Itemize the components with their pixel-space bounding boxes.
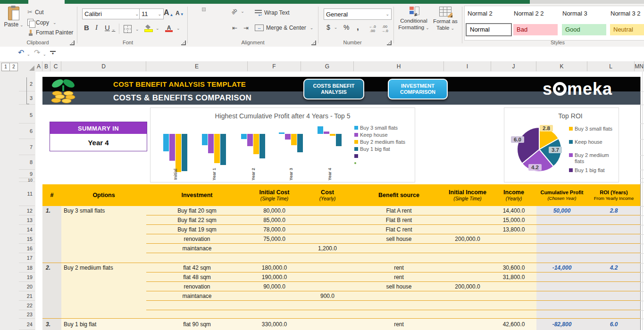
number-format-combobox[interactable]: General⌄	[324, 8, 392, 20]
table-cell-initial_income[interactable]	[444, 215, 491, 225]
row-header-3[interactable]: 3	[19, 91, 35, 105]
column-header-A[interactable]: A	[35, 61, 42, 71]
table-cell-initial_income[interactable]	[444, 253, 491, 263]
table-cell-roi[interactable]: 2.8	[587, 206, 640, 215]
table-cell-option[interactable]	[61, 310, 146, 319]
table-cell-initial_income[interactable]	[444, 225, 491, 234]
table-cell-benefit[interactable]: rent	[354, 319, 444, 330]
table-cell-roi[interactable]	[587, 253, 640, 263]
pie-chart-panel[interactable]: Top ROI 2.83.74.26.0 Buy 3 small flatsKe…	[504, 107, 619, 182]
row-header-11[interactable]: 11	[19, 182, 35, 206]
table-cell-income_yearly[interactable]: 14,400.0	[491, 206, 536, 215]
italic-button[interactable]: I	[95, 24, 98, 32]
underline-button[interactable]: U	[105, 24, 115, 32]
format-painter-button[interactable]: Format Painter	[27, 29, 73, 36]
style-normal-2-2[interactable]: Normal 2 2	[514, 10, 544, 17]
accounting-format-button[interactable]: $	[326, 24, 337, 31]
table-cell-initial_cost[interactable]: 330,000.0	[248, 319, 301, 330]
table-cell-initial_income[interactable]	[444, 263, 491, 272]
table-cell-benefit[interactable]: sell house	[354, 282, 444, 291]
table-cell-income_yearly[interactable]	[491, 244, 536, 253]
row-header-9[interactable]: 9	[19, 170, 35, 178]
orientation-button[interactable]	[231, 8, 244, 14]
table-cell-benefit[interactable]: Flat C rent	[354, 225, 444, 234]
increase-indent-button[interactable]	[243, 25, 249, 32]
cut-button[interactable]: Cut	[27, 8, 44, 16]
align-right-button[interactable]	[213, 23, 217, 26]
bar-chart-panel[interactable]: Highest Cumulative Profit after 4 Years …	[150, 107, 415, 182]
table-cell-benefit[interactable]: rent	[354, 263, 444, 272]
font-name-combobox[interactable]: Calibri⌄	[82, 8, 141, 19]
table-cell-option[interactable]	[61, 253, 146, 263]
row-header-22[interactable]: 22	[19, 301, 35, 310]
table-cell-option[interactable]	[61, 282, 146, 291]
table-cell-initial_cost[interactable]	[248, 253, 301, 263]
row-header-7[interactable]: 7	[19, 139, 35, 155]
style-normal-3-2[interactable]: Normal 3 2	[611, 10, 641, 17]
table-cell-income_yearly[interactable]: 31,800.0	[491, 272, 536, 282]
table-cell-cumulative_profit[interactable]	[536, 234, 587, 244]
row-header-19[interactable]: 19	[19, 272, 35, 282]
table-cell-income_yearly[interactable]: 15,000.0	[491, 215, 536, 225]
table-cell-num[interactable]: 1.	[42, 206, 61, 215]
table-cell-investment[interactable]: renovation	[146, 282, 248, 291]
column-header-E[interactable]: E	[146, 61, 248, 71]
table-cell-investment[interactable]: flat 42 sqm	[146, 263, 248, 272]
table-cell-option[interactable]: Buy 2 mediium flats	[61, 263, 146, 272]
table-cell-initial_income[interactable]	[444, 272, 491, 282]
table-cell-benefit[interactable]	[354, 244, 444, 253]
style-normal-3[interactable]: Normal 3	[562, 10, 587, 17]
decrease-indent-button[interactable]	[232, 25, 237, 32]
grow-font-button[interactable]: A▲	[164, 8, 173, 17]
column-header-K[interactable]: K	[536, 61, 587, 71]
paste-button[interactable]: Paste	[4, 7, 24, 28]
table-cell-cumulative_profit[interactable]: -82,800	[536, 319, 587, 330]
bold-button[interactable]: B	[84, 24, 89, 32]
row-header-15[interactable]: 15	[19, 234, 35, 244]
style-neutral[interactable]: Neutral	[610, 24, 644, 35]
style-bad[interactable]: Bad	[513, 24, 558, 35]
table-cell-num[interactable]	[42, 310, 61, 319]
row-header-2[interactable]: 2	[19, 77, 35, 91]
table-cell-roi[interactable]: 4.2	[587, 263, 640, 272]
column-header-C[interactable]: C	[50, 61, 61, 71]
row-header-12[interactable]: 12	[19, 206, 35, 215]
decrease-decimal-button[interactable]: .00→.0	[381, 25, 388, 33]
table-cell-initial_income[interactable]	[444, 244, 491, 253]
table-cell-income_yearly[interactable]	[491, 301, 536, 310]
table-cell-num[interactable]: 2.	[42, 263, 61, 272]
table-cell-initial_cost[interactable]: 90,000.0	[248, 282, 301, 291]
row-header-21[interactable]: 21	[19, 291, 35, 301]
row-header-16[interactable]: 16	[19, 244, 35, 253]
table-cell-investment[interactable]: Buy flat 19 sqm	[146, 225, 248, 234]
table-cell-num[interactable]: 3.	[42, 319, 61, 330]
table-cell-initial_income[interactable]	[444, 319, 491, 330]
row-header-20[interactable]: 20	[19, 282, 35, 291]
column-header-G[interactable]: G	[301, 61, 354, 71]
column-header-F[interactable]: F	[248, 61, 301, 71]
table-cell-initial_cost[interactable]	[248, 244, 301, 253]
comma-style-button[interactable]: ,	[357, 23, 359, 32]
table-cell-cumulative_profit[interactable]	[536, 291, 587, 301]
table-cell-income_yearly[interactable]	[491, 234, 536, 244]
row-header-6[interactable]: 6	[19, 124, 35, 139]
row-header-23[interactable]: 23	[19, 310, 35, 319]
table-cell-cost_yearly[interactable]: 1,200.0	[301, 244, 354, 253]
table-cell-income_yearly[interactable]	[491, 291, 536, 301]
outline-level-2-button[interactable]: 2	[9, 63, 18, 71]
table-cell-benefit[interactable]: rent	[354, 272, 444, 282]
table-cell-initial_cost[interactable]: 80,000.0	[248, 206, 301, 215]
style-good[interactable]: Good	[562, 24, 606, 35]
select-all-corner[interactable]	[19, 61, 36, 72]
style-normal-2[interactable]: Normal 2	[468, 10, 493, 17]
table-cell-roi[interactable]	[587, 215, 640, 225]
table-cell-initial_cost[interactable]: 85,000.0	[248, 215, 301, 225]
table-cell-roi[interactable]	[587, 244, 640, 253]
table-cell-cost_yearly[interactable]	[301, 263, 354, 272]
column-header-J[interactable]: J	[491, 61, 536, 71]
format-as-table-button[interactable]: Format as Table	[430, 7, 460, 32]
table-cell-benefit[interactable]	[354, 253, 444, 263]
table-cell-cost_yearly[interactable]	[301, 301, 354, 310]
table-cell-cost_yearly[interactable]: 900.0	[301, 291, 354, 301]
table-cell-initial_income[interactable]	[444, 291, 491, 301]
